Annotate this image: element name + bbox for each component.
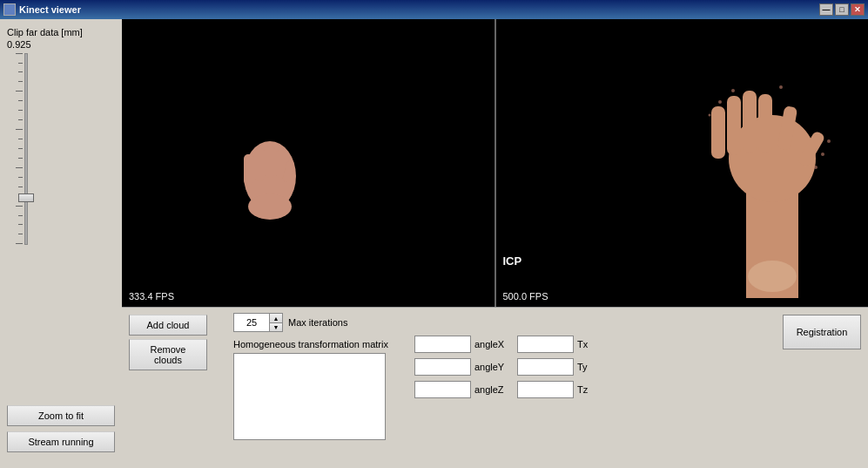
angle-z-input[interactable] <box>414 381 471 398</box>
tick <box>18 71 23 72</box>
slider-wrapper <box>16 53 30 245</box>
right-video-panel: ICP 500.0 FPS <box>495 19 869 307</box>
tick <box>18 158 23 159</box>
tick <box>18 63 23 64</box>
tick <box>18 119 23 120</box>
tz-label: Tz <box>577 384 589 395</box>
svg-rect-11 <box>743 91 757 153</box>
svg-point-17 <box>779 85 783 89</box>
minimize-button[interactable]: — <box>819 3 833 16</box>
angle-x-row: angleX Tx <box>414 336 589 353</box>
registration-container: Registration <box>783 313 861 463</box>
svg-point-21 <box>814 166 818 169</box>
controls-row: Add cloud Remove clouds ▲ ▼ Max iteratio… <box>122 307 868 468</box>
center-right: 333.4 FPS <box>122 19 868 468</box>
left-panel: Clip far data [mm] 0.925 <box>0 19 122 468</box>
tick <box>18 177 23 178</box>
tx-input[interactable] <box>517 336 574 353</box>
registration-button[interactable]: Registration <box>783 315 861 349</box>
angle-y-label: angleY <box>474 362 514 372</box>
tick <box>16 167 23 168</box>
add-cloud-button[interactable]: Add cloud <box>129 315 207 336</box>
app-icon <box>3 3 16 16</box>
tick <box>18 100 23 101</box>
controls-middle: ▲ ▼ Max iterations Homogeneous transform… <box>233 313 388 463</box>
tick <box>16 53 23 54</box>
svg-rect-12 <box>758 94 772 153</box>
tick <box>16 206 23 207</box>
hand-right-image <box>694 37 851 298</box>
tx-label: Tx <box>577 339 589 349</box>
remove-clouds-button[interactable]: Remove clouds <box>129 339 207 370</box>
slider-ticks <box>16 53 23 245</box>
svg-point-18 <box>827 139 831 143</box>
zoom-to-fit-button[interactable]: Zoom to fit <box>7 405 115 426</box>
svg-point-6 <box>248 193 292 220</box>
max-iterations-spinbox: ▲ ▼ <box>233 313 283 332</box>
ty-label: Ty <box>577 362 589 372</box>
matrix-section: Homogeneous transformation matrix <box>233 339 388 440</box>
tick <box>16 243 23 244</box>
svg-point-15 <box>718 100 722 104</box>
matrix-label: Homogeneous transformation matrix <box>233 339 388 349</box>
angle-y-input[interactable] <box>414 358 471 376</box>
angle-x-input[interactable] <box>414 336 471 353</box>
title-bar-buttons: — □ ✕ <box>819 3 865 16</box>
tick <box>18 148 23 149</box>
spin-down-button[interactable]: ▼ <box>270 322 282 331</box>
angle-y-row: angleY Ty <box>414 358 589 376</box>
slider-thumb[interactable] <box>18 193 34 202</box>
left-video-panel: 333.4 FPS <box>122 19 495 307</box>
svg-rect-2 <box>255 148 265 181</box>
maximize-button[interactable]: □ <box>835 3 849 16</box>
spin-up-button[interactable]: ▲ <box>270 314 282 322</box>
matrix-box <box>233 353 386 440</box>
left-fps-label: 333.4 FPS <box>129 291 174 302</box>
cloud-buttons: Add cloud Remove clouds <box>129 313 207 463</box>
svg-point-16 <box>731 89 735 92</box>
stream-running-button[interactable]: Stream running <box>7 431 115 452</box>
tick <box>18 215 23 216</box>
main-content: Clip far data [mm] 0.925 <box>0 19 868 468</box>
svg-rect-4 <box>276 150 285 178</box>
icp-label: ICP <box>503 254 522 268</box>
tick <box>18 234 23 234</box>
tz-input[interactable] <box>517 381 574 398</box>
angle-z-label: angleZ <box>474 384 514 395</box>
tick <box>16 129 23 130</box>
tick <box>18 81 23 82</box>
tick <box>18 139 23 139</box>
max-iterations-input[interactable] <box>234 314 269 331</box>
tick <box>16 91 23 92</box>
angle-inputs: angleX Tx angleY Ty angleZ Tz <box>414 313 589 463</box>
svg-point-20 <box>709 114 711 117</box>
slider-section: Clip far data [mm] 0.925 <box>7 26 115 245</box>
video-row: 333.4 FPS <box>122 19 868 307</box>
slider-track <box>24 53 28 245</box>
bottom-buttons: Zoom to fit Stream running <box>7 405 115 461</box>
tick <box>18 110 23 111</box>
svg-rect-10 <box>727 96 741 155</box>
window-title: Kinect viewer <box>19 4 81 15</box>
close-button[interactable]: ✕ <box>851 3 865 16</box>
svg-point-22 <box>748 261 797 292</box>
svg-point-19 <box>821 153 824 156</box>
spin-arrows: ▲ ▼ <box>269 314 282 331</box>
angle-x-label: angleX <box>474 339 514 349</box>
title-bar-left: Kinect viewer <box>3 3 81 16</box>
max-iterations-row: ▲ ▼ Max iterations <box>233 313 388 332</box>
ty-input[interactable] <box>517 358 574 376</box>
right-fps-label: 500.0 FPS <box>503 291 548 302</box>
tick <box>18 224 23 225</box>
svg-rect-9 <box>711 106 725 159</box>
slider-label: Clip far data [mm] 0.925 <box>7 26 83 51</box>
max-iterations-label: Max iterations <box>288 317 347 328</box>
angle-z-row: angleZ Tz <box>414 381 589 398</box>
title-bar: Kinect viewer — □ ✕ <box>0 0 868 19</box>
svg-rect-3 <box>266 146 275 178</box>
hand-left-image <box>226 106 313 220</box>
svg-rect-1 <box>244 154 254 185</box>
tick <box>18 187 23 187</box>
